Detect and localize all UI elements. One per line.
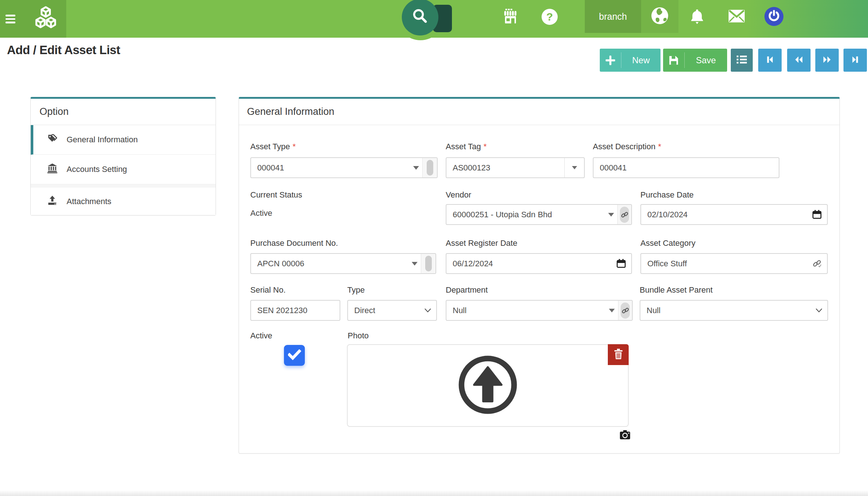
globe-icon (651, 7, 669, 26)
bundle-asset-parent-label: Bundle Asset Parent (640, 285, 712, 295)
asset-type-select[interactable]: 000041 (250, 157, 438, 178)
asset-description-label: Asset Description* (593, 142, 661, 151)
photo-upload-area[interactable] (347, 344, 629, 427)
bundle-asset-parent-select[interactable]: Null (640, 300, 828, 321)
caret-down-icon (608, 213, 614, 217)
sidebar-item-general-information[interactable]: General Information (31, 125, 216, 155)
check-icon (288, 349, 301, 362)
select-scrollbar[interactable] (422, 158, 437, 177)
scrollbar-thumb[interactable] (427, 160, 433, 176)
svg-text:?: ? (546, 11, 553, 23)
save-button-label: Save (685, 55, 727, 65)
branch-selector[interactable]: branch (585, 0, 641, 33)
purchase-date-label: Purchase Date (640, 190, 694, 200)
department-label: Department (446, 285, 488, 295)
hamburger-icon[interactable] (5, 15, 15, 23)
chevron-down-icon (424, 308, 431, 312)
panel-title: General Information (239, 99, 839, 125)
link-icon (621, 211, 629, 219)
store-icon (502, 8, 520, 27)
general-information-panel: General Information Asset Type* 000041 A… (239, 97, 840, 454)
trash-icon (614, 349, 623, 361)
camera-button[interactable] (620, 430, 631, 441)
scrollbar-thumb[interactable] (425, 256, 432, 271)
sidebar-divider (31, 184, 216, 188)
top-navbar: ? branch (0, 0, 868, 38)
new-button[interactable]: New (600, 49, 661, 72)
link-icon[interactable] (812, 259, 822, 268)
select-scrollbar[interactable] (421, 254, 435, 273)
help-icon: ? (541, 8, 558, 27)
last-record-button[interactable] (843, 49, 867, 72)
asset-tag-combobox[interactable]: AS000123 (446, 157, 585, 178)
list-icon (736, 55, 747, 66)
department-select[interactable]: Null (446, 300, 633, 321)
brand-box[interactable] (0, 0, 66, 38)
option-card-title: Option (31, 99, 216, 125)
first-record-button[interactable] (758, 49, 782, 72)
asset-category-label: Asset Category (640, 238, 695, 248)
asset-category-input[interactable]: Office Stuff (640, 253, 828, 274)
current-status-label: Current Status (250, 190, 302, 200)
plus-icon (600, 56, 621, 65)
search-icon (411, 7, 430, 27)
option-card: Option General Information Accounts Sett… (30, 97, 216, 215)
caret-down-icon (413, 166, 419, 170)
notifications-button[interactable] (689, 8, 705, 27)
page-title: Add / Edit Asset List (7, 43, 120, 57)
search-button[interactable] (402, 0, 438, 35)
language-button[interactable] (641, 0, 678, 33)
photo-label: Photo (348, 331, 369, 341)
active-label: Active (250, 331, 272, 341)
save-button[interactable]: Save (663, 49, 727, 72)
bell-icon (689, 8, 705, 27)
purchase-document-no-select[interactable]: APCN 00006 (250, 253, 436, 274)
power-icon (768, 10, 780, 23)
bank-icon (47, 163, 57, 176)
link-icon (621, 307, 629, 315)
logout-button[interactable] (764, 7, 783, 26)
vendor-label: Vendor (446, 190, 471, 200)
sidebar-item-attachments[interactable]: Attachments (31, 188, 216, 215)
department-link-strip[interactable] (618, 301, 632, 320)
mail-icon (728, 9, 745, 25)
chevron-down-icon (816, 308, 822, 312)
asset-register-date-input[interactable]: 06/12/2024 (446, 253, 632, 274)
vendor-select[interactable]: 60000251 - Utopia Sdn Bhd (446, 204, 632, 225)
purchase-date-input[interactable]: 02/10/2024 (640, 204, 828, 225)
type-select[interactable]: Direct (347, 300, 437, 321)
asset-type-label: Asset Type* (250, 142, 296, 151)
sidebar-item-accounts-setting[interactable]: Accounts Setting (31, 155, 216, 184)
help-button[interactable]: ? (541, 8, 558, 27)
caret-down-icon (572, 166, 577, 169)
asset-register-date-label: Asset Register Date (446, 238, 517, 248)
double-chevron-left-icon (794, 55, 804, 66)
calendar-icon[interactable] (616, 259, 626, 268)
vendor-link-strip[interactable] (617, 205, 631, 224)
save-icon (663, 55, 684, 65)
combobox-dropdown-button[interactable] (564, 158, 584, 177)
delete-photo-button[interactable] (608, 344, 629, 365)
skip-end-icon (850, 55, 860, 66)
messages-button[interactable] (728, 9, 745, 25)
purchase-document-no-label: Purchase Document No. (250, 238, 338, 248)
serial-no-input[interactable]: SEN 2021230 (250, 300, 340, 321)
bottom-scroll-fade (0, 490, 868, 496)
type-label: Type (347, 285, 365, 295)
new-button-label: New (621, 55, 661, 65)
previous-record-button[interactable] (787, 49, 811, 72)
list-view-button[interactable] (731, 49, 753, 72)
next-record-button[interactable] (815, 49, 839, 72)
current-status-value: Active (250, 208, 272, 218)
caret-down-icon (609, 309, 615, 312)
upload-circle-icon[interactable] (454, 352, 521, 420)
active-checkbox[interactable] (284, 345, 305, 366)
calendar-icon[interactable] (812, 210, 822, 219)
skip-start-icon (765, 55, 775, 66)
branch-label: branch (599, 11, 627, 22)
serial-no-label: Serial No. (250, 285, 286, 295)
asset-description-input[interactable]: 000041 (593, 157, 779, 178)
asset-tag-label: Asset Tag* (446, 142, 487, 151)
store-button[interactable] (502, 8, 520, 27)
sidebar-item-label: Attachments (67, 197, 111, 206)
